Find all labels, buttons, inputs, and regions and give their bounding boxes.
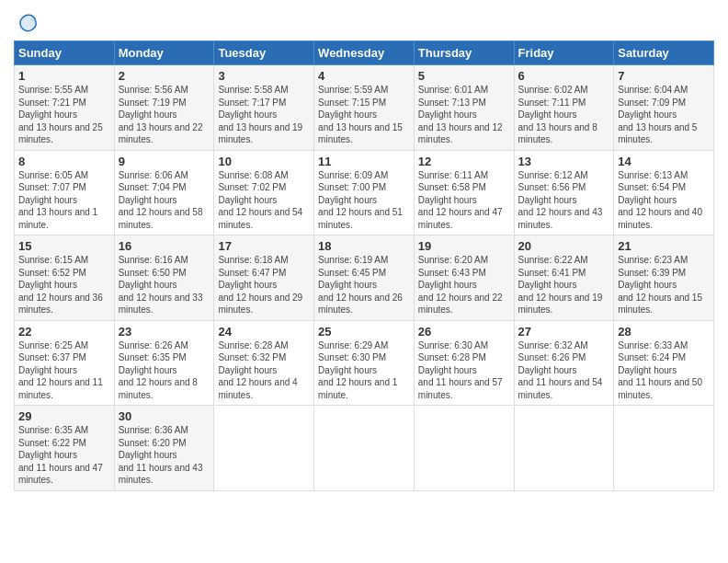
cell-sunrise: Sunrise: 6:20 AM [418,255,488,265]
header-wednesday: Wednesday [314,41,415,65]
cell-sunrise: Sunrise: 6:36 AM [119,425,188,435]
logo [14,9,43,35]
cell-daylight-label: Daylight hours [119,109,177,120]
cell-sunset: Sunset: 7:11 PM [518,98,586,108]
day-number: 28 [618,325,710,339]
cell-daylight-value: and 13 hours and 15 minutes. [318,122,403,145]
cell-daylight-value: and 12 hours and 22 minutes. [418,293,503,316]
day-number: 1 [18,69,110,83]
header-tuesday: Tuesday [214,41,314,65]
cell-sunrise: Sunrise: 6:05 AM [18,170,88,180]
day-number: 26 [418,325,510,339]
calendar-cell: 4 Sunrise: 5:59 AM Sunset: 7:15 PM Dayli… [314,65,415,151]
cell-sunset: Sunset: 6:28 PM [418,352,486,362]
day-number: 18 [318,239,410,253]
header-thursday: Thursday [414,41,514,65]
day-number: 9 [119,155,210,168]
cell-daylight-label: Daylight hours [618,109,677,120]
cell-daylight-value: and 13 hours and 1 minute. [18,207,97,230]
cell-sunrise: Sunrise: 6:32 AM [518,340,588,350]
day-number: 12 [418,155,510,168]
cell-sunset: Sunset: 6:58 PM [418,182,486,192]
calendar-cell: 8 Sunrise: 6:05 AM Sunset: 7:07 PM Dayli… [15,150,115,236]
day-number: 23 [119,325,210,339]
cell-daylight-label: Daylight hours [18,195,77,205]
cell-daylight-label: Daylight hours [18,365,77,375]
day-number: 17 [218,239,310,253]
day-number: 22 [18,325,110,339]
day-number: 15 [18,239,110,253]
cell-sunset: Sunset: 6:30 PM [318,352,386,362]
cell-daylight-label: Daylight hours [518,195,577,205]
calendar-cell: 30 Sunrise: 6:36 AM Sunset: 6:20 PM Dayl… [114,406,214,491]
cell-daylight-value: and 12 hours and 15 minutes. [618,293,702,316]
calendar-cell: 22 Sunrise: 6:25 AM Sunset: 6:37 PM Dayl… [15,320,115,406]
week-row-5: 29 Sunrise: 6:35 AM Sunset: 6:22 PM Dayl… [15,406,714,491]
cell-daylight-label: Daylight hours [618,280,677,290]
cell-daylight-value: and 12 hours and 29 minutes. [218,293,302,316]
cell-sunset: Sunset: 6:35 PM [119,352,187,362]
cell-daylight-label: Daylight hours [318,280,377,290]
calendar-cell [514,406,614,491]
calendar-cell: 10 Sunrise: 6:08 AM Sunset: 7:02 PM Dayl… [214,150,314,236]
calendar-cell [314,406,415,491]
calendar-cell: 2 Sunrise: 5:56 AM Sunset: 7:19 PM Dayli… [114,65,214,151]
cell-sunset: Sunset: 6:43 PM [418,268,486,278]
cell-daylight-value: and 13 hours and 12 minutes. [418,122,503,145]
cell-sunset: Sunset: 7:07 PM [18,182,86,192]
day-number: 10 [218,155,310,168]
cell-daylight-value: and 11 hours and 43 minutes. [119,463,203,486]
day-number: 16 [119,239,210,253]
cell-sunset: Sunset: 6:47 PM [218,268,286,278]
week-row-1: 1 Sunrise: 5:55 AM Sunset: 7:21 PM Dayli… [15,65,714,151]
cell-daylight-label: Daylight hours [618,195,677,205]
cell-daylight-value: and 12 hours and 54 minutes. [218,207,302,230]
cell-daylight-value: and 12 hours and 47 minutes. [418,207,503,230]
cell-sunset: Sunset: 6:26 PM [518,352,586,362]
day-number: 7 [618,69,710,83]
cell-daylight-label: Daylight hours [119,365,177,375]
cell-daylight-label: Daylight hours [119,450,177,460]
cell-daylight-value: and 13 hours and 5 minutes. [618,122,697,145]
cell-sunset: Sunset: 6:39 PM [618,268,686,278]
cell-sunrise: Sunrise: 6:28 AM [218,340,288,350]
header-sunday: Sunday [15,41,115,65]
cell-sunset: Sunset: 6:37 PM [18,352,86,362]
cell-sunset: Sunset: 6:22 PM [18,438,86,448]
calendar-cell: 7 Sunrise: 6:04 AM Sunset: 7:09 PM Dayli… [614,65,714,151]
cell-daylight-label: Daylight hours [318,195,377,205]
cell-daylight-value: and 11 hours and 50 minutes. [618,377,702,400]
calendar-cell: 26 Sunrise: 6:30 AM Sunset: 6:28 PM Dayl… [414,320,514,406]
cell-sunset: Sunset: 7:02 PM [218,182,286,192]
cell-sunset: Sunset: 6:45 PM [318,268,386,278]
calendar-cell: 29 Sunrise: 6:35 AM Sunset: 6:22 PM Dayl… [15,406,115,491]
cell-sunset: Sunset: 6:20 PM [119,438,187,448]
calendar-cell: 14 Sunrise: 6:13 AM Sunset: 6:54 PM Dayl… [614,150,714,236]
calendar-cell: 1 Sunrise: 5:55 AM Sunset: 7:21 PM Dayli… [15,65,115,151]
cell-daylight-label: Daylight hours [518,109,577,120]
calendar-cell: 20 Sunrise: 6:22 AM Sunset: 6:41 PM Dayl… [514,236,614,321]
cell-sunset: Sunset: 6:50 PM [119,268,187,278]
cell-daylight-value: and 13 hours and 22 minutes. [119,122,203,145]
cell-sunrise: Sunrise: 6:12 AM [518,170,588,180]
weekday-header-row: Sunday Monday Tuesday Wednesday Thursday… [15,41,714,65]
cell-daylight-label: Daylight hours [418,195,477,205]
calendar-cell: 28 Sunrise: 6:33 AM Sunset: 6:24 PM Dayl… [614,320,714,406]
calendar-cell [614,406,714,491]
cell-sunset: Sunset: 7:13 PM [418,98,486,108]
header-friday: Friday [514,41,614,65]
cell-daylight-value: and 12 hours and 43 minutes. [518,207,603,230]
day-number: 30 [119,409,210,423]
cell-daylight-value: and 12 hours and 8 minutes. [119,377,198,400]
day-number: 24 [218,325,310,339]
day-number: 6 [518,69,610,83]
calendar-cell: 23 Sunrise: 6:26 AM Sunset: 6:35 PM Dayl… [114,320,214,406]
cell-sunrise: Sunrise: 5:58 AM [218,85,288,95]
cell-sunrise: Sunrise: 6:15 AM [18,255,88,265]
cell-daylight-label: Daylight hours [318,109,377,120]
cell-sunset: Sunset: 6:41 PM [518,268,586,278]
calendar-cell: 3 Sunrise: 5:58 AM Sunset: 7:17 PM Dayli… [214,65,314,151]
cell-sunset: Sunset: 7:09 PM [618,98,686,108]
cell-daylight-label: Daylight hours [218,109,277,120]
cell-daylight-value: and 12 hours and 40 minutes. [618,207,702,230]
